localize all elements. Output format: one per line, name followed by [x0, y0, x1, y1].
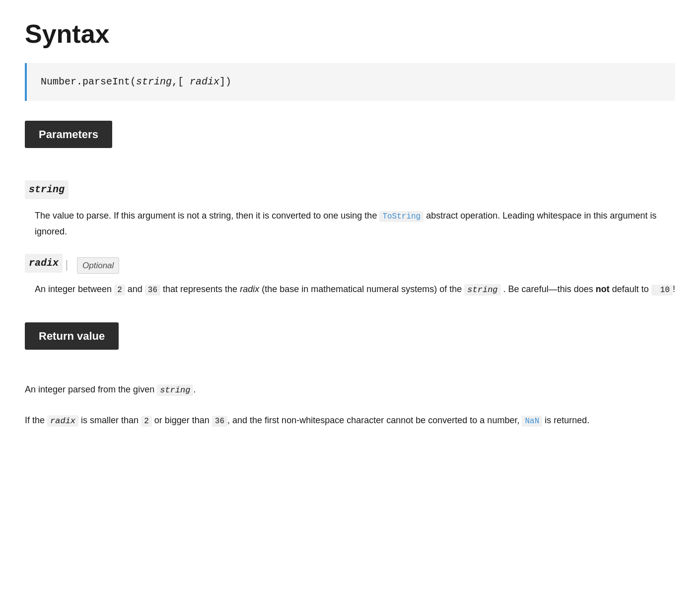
- syntax-code: Number.parseInt(string,[ radix]): [41, 74, 231, 90]
- param-string-name: string: [25, 180, 69, 199]
- return-val-2: 2: [141, 416, 152, 427]
- syntax-param2: radix: [190, 76, 219, 87]
- radix-desc-careful: . Be careful—this does: [503, 284, 593, 294]
- syntax-middle: ,[: [172, 76, 190, 87]
- param-string-header: string: [25, 180, 675, 203]
- return-desc2-part4: , and the first non-whitespace character…: [227, 415, 519, 425]
- radix-val-10b: 10: [657, 285, 673, 296]
- radix-desc-end: !: [673, 284, 675, 294]
- return-val-36: 36: [212, 416, 227, 427]
- param-radix-entry: radix Optional An integer between 2 and …: [25, 254, 675, 298]
- return-desc2-part1: If the: [25, 415, 45, 425]
- tostring-link[interactable]: ToString: [379, 211, 423, 222]
- return-section: Return value An integer parsed from the …: [25, 322, 675, 429]
- param-radix-name: radix: [25, 254, 63, 273]
- radix-val-36: 36: [145, 285, 160, 296]
- radix-desc-part1: An integer between: [35, 284, 112, 294]
- return-heading: Return value: [25, 322, 119, 350]
- return-desc2: If the radix is smaller than 2 or bigger…: [25, 413, 675, 429]
- syntax-suffix: ]): [219, 76, 231, 87]
- syntax-block: Number.parseInt(string,[ radix]): [25, 63, 675, 101]
- parameters-heading: Parameters: [25, 121, 112, 148]
- parameters-section: Parameters string The value to parse. If…: [25, 121, 675, 298]
- radix-string-code: string: [464, 284, 500, 296]
- return-radix-code: radix: [47, 415, 78, 427]
- param-radix-header: radix Optional: [25, 254, 675, 277]
- not-bold: not: [596, 284, 610, 294]
- param-string-desc1: The value to parse. If this argument is …: [35, 211, 377, 221]
- param-string-description: The value to parse. If this argument is …: [35, 208, 675, 239]
- radix-val-10: [651, 285, 657, 296]
- nan-code: NaN: [522, 416, 542, 427]
- optional-badge: Optional: [77, 257, 119, 274]
- param-divider: [67, 260, 67, 271]
- return-desc1-part1: An integer parsed from the given: [25, 384, 154, 394]
- return-desc1: An integer parsed from the given string.: [25, 382, 675, 398]
- syntax-param1: string: [136, 76, 172, 87]
- param-string-entry: string The value to parse. If this argum…: [25, 180, 675, 239]
- radix-val-2: 2: [114, 285, 125, 296]
- page-title: Syntax: [25, 20, 675, 48]
- radix-italic-text: radix: [240, 284, 259, 294]
- param-radix-description: An integer between 2 and 36 that represe…: [35, 282, 675, 298]
- return-desc1-end: .: [193, 384, 196, 394]
- syntax-prefix: Number.parseInt(: [41, 76, 136, 87]
- return-string-code: string: [157, 384, 193, 396]
